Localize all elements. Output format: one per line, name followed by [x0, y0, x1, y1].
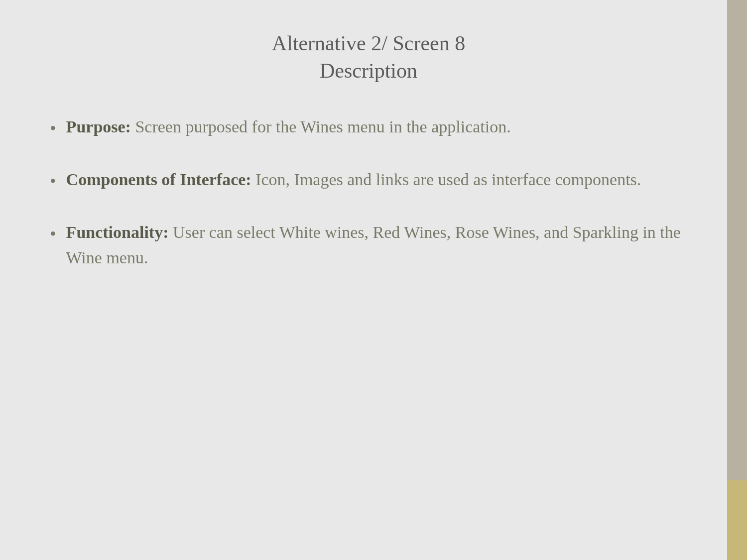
bullet-item-purpose: • Purpose: Screen purposed for the Wines…: [50, 114, 687, 142]
functionality-label: Functionality:: [66, 223, 169, 241]
bullet-text-components: Components of Interface: Icon, Images an…: [66, 167, 687, 192]
bullet-text-purpose: Purpose: Screen purposed for the Wines m…: [66, 114, 687, 139]
bullet-list: • Purpose: Screen purposed for the Wines…: [50, 114, 687, 270]
components-text: Icon, Images and links are used as inter…: [251, 170, 641, 189]
components-label: Components of Interface:: [66, 170, 251, 189]
purpose-label: Purpose:: [66, 117, 131, 136]
sidebar: [727, 0, 747, 560]
bullet-dot-functionality: •: [50, 221, 56, 247]
sidebar-bottom: [727, 480, 747, 560]
bullet-text-functionality: Functionality: User can select White win…: [66, 220, 687, 270]
purpose-text: Screen purposed for the Wines menu in th…: [131, 117, 511, 136]
title-line2: Description: [50, 57, 687, 85]
bullet-dot-components: •: [50, 168, 56, 195]
bullet-item-functionality: • Functionality: User can select White w…: [50, 220, 687, 270]
bullet-dot-purpose: •: [50, 115, 56, 142]
title-block: Alternative 2/ Screen 8 Description: [50, 30, 687, 84]
title-line1: Alternative 2/ Screen 8: [50, 30, 687, 57]
bullet-item-components: • Components of Interface: Icon, Images …: [50, 167, 687, 195]
sidebar-top: [727, 0, 747, 480]
main-content: Alternative 2/ Screen 8 Description • Pu…: [0, 0, 727, 560]
